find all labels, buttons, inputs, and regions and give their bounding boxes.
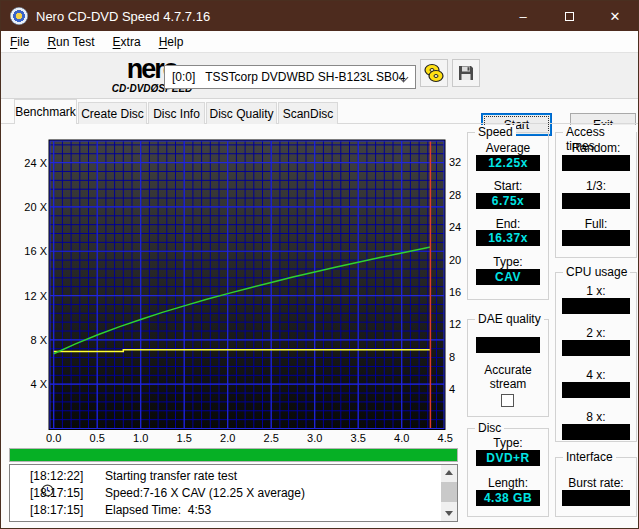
access-full-value (562, 230, 630, 246)
svg-text:8 X: 8 X (30, 334, 47, 346)
speed-group: Speed Average 12.25x Start: 6.75x End: 1… (467, 132, 549, 300)
log-entry: [18:17:15] Elapsed Time: 4:53 (14, 502, 211, 518)
log-time: [18:12:22] (30, 469, 86, 483)
access-times-group: Access times Random: 1/3: Full: (555, 132, 637, 258)
menu-run-test[interactable]: Run Test (38, 32, 103, 52)
minimize-button[interactable]: – (500, 1, 546, 31)
interface-group-title: Interface (563, 450, 616, 464)
progress-bar (9, 448, 458, 462)
log-entry: [18:17:15] Speed:7-16 X CAV (12.25 X ave… (14, 485, 305, 501)
svg-text:2.0: 2.0 (220, 432, 235, 444)
svg-text:20: 20 (449, 254, 461, 266)
accurate-stream-checkbox[interactable] (501, 394, 514, 407)
speed-end-label: End: (468, 217, 548, 231)
svg-text:0.5: 0.5 (90, 432, 105, 444)
tab-disc-info[interactable]: Disc Info (148, 102, 205, 124)
log-scrollbar[interactable] (441, 465, 457, 521)
tab-disc-quality[interactable]: Disc Quality (206, 102, 277, 124)
svg-text:16: 16 (449, 286, 461, 298)
cpu-2x-label: 2 x: (556, 326, 636, 340)
speed-start-value: 6.75x (476, 193, 540, 209)
dae-quality-group-title: DAE quality (475, 312, 544, 326)
disc-group-title: Disc (475, 421, 504, 435)
burst-rate-value (562, 490, 630, 506)
maximize-button[interactable] (546, 1, 592, 31)
accurate-stream-label-line2: stream (468, 377, 548, 391)
access-third-label: 1/3: (556, 179, 636, 193)
speed-average-value: 12.25x (476, 155, 540, 171)
accurate-stream-label-line1: Accurate (468, 363, 548, 377)
svg-text:4: 4 (449, 383, 455, 395)
cpu-4x-value (562, 382, 630, 398)
tab-scandisc[interactable]: ScanDisc (278, 102, 338, 124)
menu-file[interactable]: File (1, 32, 38, 52)
disc-length-value: 4.38 GB (476, 490, 540, 506)
cpu-2x-value (562, 340, 630, 356)
interface-group: Interface Burst rate: (555, 457, 637, 517)
disc-type-label: Type: (468, 436, 548, 450)
cpu-8x-label: 8 x: (556, 410, 636, 424)
triangle-up-icon (445, 470, 453, 475)
log-time: [18:17:15] (30, 503, 86, 517)
scroll-down-button[interactable] (441, 506, 457, 521)
close-button[interactable]: ✕ (592, 1, 638, 31)
speed-end-value: 16.37x (476, 230, 540, 246)
speed-group-title: Speed (475, 125, 516, 139)
floppy-save-icon (457, 64, 475, 82)
menu-extra[interactable]: Extra (104, 32, 150, 52)
log-message: Starting transfer rate test (86, 469, 237, 483)
speed-type-label: Type: (468, 255, 548, 269)
access-random-label: Random: (556, 141, 636, 155)
log-time: [18:17:15] (30, 486, 86, 500)
svg-text:12 X: 12 X (24, 290, 47, 302)
svg-text:20 X: 20 X (24, 201, 47, 213)
svg-text:3.5: 3.5 (351, 432, 366, 444)
dae-quality-value (476, 337, 540, 353)
svg-text:1.5: 1.5 (177, 432, 192, 444)
svg-text:4 X: 4 X (30, 378, 47, 390)
svg-text:4.0: 4.0 (394, 432, 409, 444)
log-entry: [18:12:22] Starting transfer rate test (14, 468, 237, 484)
access-random-value (562, 155, 630, 171)
discs-tool-button[interactable] (420, 59, 448, 87)
transfer-rate-chart: 4 X8 X12 X16 X20 X24 X481216202428320.00… (1, 124, 466, 446)
menu-help[interactable]: Help (150, 32, 193, 52)
speed-type-value: CAV (476, 269, 540, 285)
tab-create-disc[interactable]: Create Disc (78, 102, 147, 124)
disc-type-value: DVD+R (476, 450, 540, 466)
speed-start-label: Start: (468, 179, 548, 193)
drive-selector-dropdown[interactable]: [0:0] TSSTcorp DVDWBD SH-B123L SB04 (164, 65, 416, 89)
drive-selector-value: [0:0] TSSTcorp DVDWBD SH-B123L SB04 (172, 70, 405, 84)
cpu-usage-group: CPU usage 1 x: 2 x: 4 x: 8 x: (555, 272, 637, 442)
svg-text:12: 12 (449, 318, 461, 330)
tab-benchmark[interactable]: Benchmark (14, 99, 77, 124)
svg-text:3.0: 3.0 (307, 432, 322, 444)
scrollbar-thumb[interactable] (441, 482, 457, 502)
save-button[interactable] (452, 59, 480, 87)
disc-group: Disc Type: DVD+R Length: 4.38 GB (467, 428, 549, 517)
burst-rate-label: Burst rate: (556, 476, 636, 490)
svg-text:1.0: 1.0 (133, 432, 148, 444)
svg-text:24 X: 24 X (24, 157, 47, 169)
app-cd-icon (10, 7, 28, 25)
cpu-1x-label: 1 x: (556, 284, 636, 298)
speed-average-label: Average (468, 141, 548, 155)
log-panel: [18:12:22] Starting transfer rate test [… (9, 464, 458, 522)
svg-text:4.5: 4.5 (438, 432, 453, 444)
dae-quality-group: DAE quality Accurate stream (467, 319, 549, 417)
app-window: Nero CD-DVD Speed 4.7.7.16 – ✕ File Run … (0, 0, 639, 529)
disc-length-label: Length: (468, 476, 548, 490)
svg-text:32: 32 (449, 156, 461, 168)
access-full-label: Full: (556, 217, 636, 231)
log-message: Speed:7-16 X CAV (12.25 X average) (86, 486, 305, 500)
log-message: Elapsed Time: 4:53 (86, 503, 211, 517)
maximize-icon (565, 12, 574, 21)
svg-text:0.0: 0.0 (46, 432, 61, 444)
scroll-up-button[interactable] (441, 465, 457, 480)
cpu-usage-group-title: CPU usage (563, 265, 630, 279)
cpu-1x-value (562, 298, 630, 314)
svg-text:24: 24 (449, 221, 461, 233)
tab-bar: Benchmark Create Disc Disc Info Disc Qua… (1, 99, 638, 124)
svg-text:2.5: 2.5 (264, 432, 279, 444)
toolbar: nero CD·DVDØSPEED [0:0] TSSTcorp DVDWBD … (1, 53, 638, 99)
